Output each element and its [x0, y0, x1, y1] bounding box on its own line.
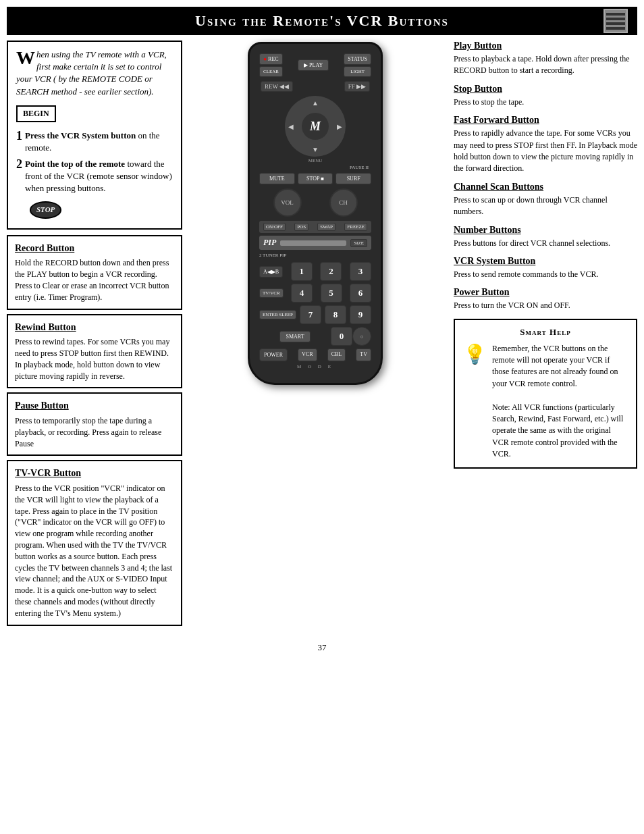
vcr-source-button[interactable]: VCR [298, 348, 317, 361]
num-4-button[interactable]: 4 [291, 284, 313, 303]
nav-up-arrow[interactable]: ▲ [312, 99, 319, 107]
stop-button-annotation-text: Press to stop the tape. [454, 97, 637, 108]
right-column: Play Button Press to playback a tape. Ho… [448, 35, 637, 635]
record-button-section: Record Button Hold the RECORD button dow… [7, 235, 182, 310]
num-5-button[interactable]: 5 [321, 284, 342, 303]
rewind-button-title: Rewind Button [15, 321, 174, 334]
main-content: When using the TV remote with a VCR, fir… [7, 35, 637, 635]
fast-forward-button[interactable]: FF ▶▶ [344, 81, 370, 92]
stop-badge: STOP [30, 201, 61, 218]
channel-scan-annotation-title: Channel Scan Buttons [454, 182, 637, 192]
record-button-title: Record Button [15, 242, 174, 255]
num-2-button[interactable]: 2 [320, 262, 342, 281]
begin-badge: BEGIN [16, 105, 56, 122]
channel-scan-annotation-text: Press to scan up or down through VCR cha… [454, 194, 637, 218]
clear-button[interactable]: CLEAR [259, 66, 283, 77]
number-buttons-annotation-title: Number Buttons [454, 225, 637, 236]
zero-row: SMART 0 ○ [259, 327, 371, 346]
a-b-button[interactable]: A◀▶B [259, 266, 283, 278]
smart-help-box: Smart Help 💡 Remember, the VCR buttons o… [454, 319, 637, 469]
menu-m-button[interactable]: M [302, 113, 329, 140]
rewind-button[interactable]: REW ◀◀ [261, 81, 293, 92]
fast-forward-button-annotation: Fast Forward Button Press to rapidly adv… [454, 115, 637, 175]
vol-ch-row: VOL CH [259, 188, 371, 217]
smart-button[interactable]: SMART [279, 331, 310, 342]
play-button[interactable]: ▶ PLAY [298, 59, 329, 71]
smart-help-title: Smart Help [463, 327, 628, 338]
rec-button[interactable]: ● REC [259, 53, 283, 65]
smart-help-text-1: Remember, the VCR buttons on the remote … [492, 343, 628, 390]
pause-label: PAUSE II [350, 165, 369, 170]
tv-source-button[interactable]: TV [356, 348, 371, 361]
number-buttons-annotation: Number Buttons Press buttons for direct … [454, 225, 637, 249]
number-buttons-annotation-text: Press buttons for direct VCR channel sel… [454, 238, 637, 249]
vcr-system-annotation-title: VCR System Button [454, 256, 637, 267]
freeze-button[interactable]: FREEZE [344, 223, 367, 231]
num-8-button[interactable]: 8 [325, 305, 346, 324]
step-1-text: Press the VCR System button on the remot… [25, 130, 173, 154]
source-row: POWER VCR CBL TV [259, 348, 371, 361]
step-1-bold: Press the VCR System button [25, 130, 136, 140]
center-column: ● REC CLEAR ▶ PLAY STATUS LIGHT REW ◀◀ F… [182, 35, 448, 635]
channel-knob[interactable]: CH [329, 188, 358, 217]
mute-button[interactable]: MUTE [259, 173, 295, 184]
tv-vcr-button-section: TV-VCR Button Press to the VCR position … [7, 460, 182, 625]
nav-area: REW ◀◀ FF ▶▶ ▲ ▼ ◀ ▶ M MENU [257, 81, 374, 163]
rew-ff-row: REW ◀◀ FF ▶▶ [257, 81, 374, 92]
nav-cluster: ▲ ▼ ◀ ▶ M [285, 96, 346, 157]
rec-clear-button[interactable]: ● REC CLEAR [259, 53, 283, 77]
step-2: 2 Point the top of the remote toward the… [16, 158, 173, 195]
pause-button-text: Press to temporarily stop the tape durin… [15, 415, 174, 449]
surf-button[interactable]: SURF [336, 173, 371, 184]
light-button[interactable]: LIGHT [344, 66, 371, 77]
num-3-button[interactable]: 3 [350, 262, 371, 281]
extra-circle-button[interactable]: ○ [352, 327, 371, 346]
step-1-num: 1 [16, 130, 22, 143]
row-789: ENTER SLEEP 7 8 9 [259, 305, 371, 324]
smart-help-content: 💡 Remember, the VCR buttons on the remot… [463, 343, 628, 461]
vcr-system-annotation: VCR System Button Press to send remote c… [454, 256, 637, 280]
smart-help-text: Remember, the VCR buttons on the remote … [492, 343, 628, 461]
volume-knob[interactable]: VOL [273, 188, 302, 217]
stop-button[interactable]: STOP ■ [298, 173, 333, 184]
stop-button-annotation-title: Stop Button [454, 84, 637, 95]
pip-bar [280, 240, 346, 246]
pos-button[interactable]: POS [294, 223, 308, 231]
tv-vcr-button-title: TV-VCR Button [15, 467, 174, 480]
page-header: Using the Remote's VCR Buttons [7, 7, 637, 35]
status-light-group: STATUS LIGHT [344, 53, 371, 77]
channel-scan-annotation: Channel Scan Buttons Press to scan up or… [454, 182, 637, 218]
power-button[interactable]: POWER [259, 348, 288, 361]
num-6-button[interactable]: 6 [350, 284, 371, 303]
cbl-source-button[interactable]: CBL [327, 348, 346, 361]
num-9-button[interactable]: 9 [350, 305, 371, 324]
nav-left-arrow[interactable]: ◀ [288, 123, 294, 130]
pip-label: PIP [263, 238, 276, 248]
play-button-annotation-title: Play Button [454, 41, 637, 51]
tuner-row: A◀▶B 1 2 3 [259, 262, 371, 281]
pip-size-row: PIP SIZE [259, 236, 371, 250]
size-button[interactable]: SIZE [350, 239, 367, 247]
nav-down-arrow[interactable]: ▼ [312, 146, 319, 153]
num-0-button[interactable]: 0 [331, 327, 352, 346]
bulb-icon: 💡 [463, 343, 487, 365]
rewind-button-section: Rewind Button Press to rewind tapes. For… [7, 314, 182, 389]
tv-vcr-button[interactable]: TV/VCR [259, 288, 284, 298]
stop-button-annotation: Stop Button Press to stop the tape. [454, 84, 637, 108]
nav-right-arrow[interactable]: ▶ [337, 123, 342, 130]
menu-label: MENU [257, 158, 374, 163]
left-column: When using the TV remote with a VCR, fir… [7, 35, 182, 635]
play-button-annotation-text: Press to playback a tape. Hold down afte… [454, 53, 637, 77]
swap-button[interactable]: SWAP [317, 223, 336, 231]
step-2-text: Point the top of the remote toward the f… [25, 158, 173, 195]
num-1-button[interactable]: 1 [291, 262, 313, 281]
mute-stop-surf-row: MUTE STOP ■ SURF [259, 173, 371, 184]
play-button-annotation: Play Button Press to playback a tape. Ho… [454, 41, 637, 77]
status-button[interactable]: STATUS [344, 53, 371, 65]
power-button-annotation-title: Power Button [454, 287, 637, 298]
enter-sleep-button[interactable]: ENTER SLEEP [259, 310, 296, 319]
rewind-button-text: Press to rewind tapes. For some VCRs you… [15, 336, 174, 382]
onoff-button[interactable]: ON/OFF [263, 223, 286, 231]
num-7-button[interactable]: 7 [300, 305, 321, 324]
page-number: 37 [0, 642, 644, 660]
